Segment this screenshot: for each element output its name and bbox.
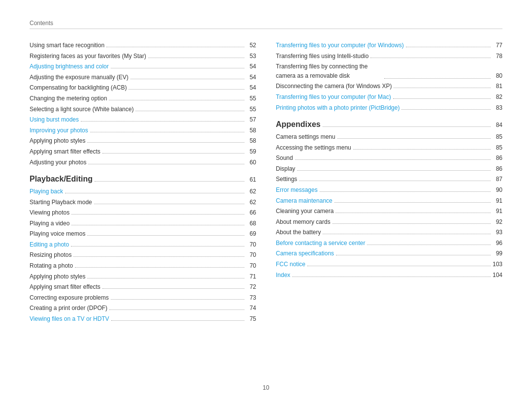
toc-dots	[297, 170, 491, 171]
toc-dots	[307, 266, 491, 266]
toc-dots	[367, 245, 491, 245]
table-of-contents-item: Transferring files by connecting the cam…	[276, 62, 502, 80]
table-of-contents-item: Display86	[276, 164, 502, 174]
table-of-contents-item: Viewing photos66	[30, 208, 256, 217]
left-column: Using smart face recognition52Registerin…	[30, 41, 256, 325]
toc-dots	[336, 255, 491, 255]
table-of-contents-item: Applying smart filter effects72	[30, 282, 256, 292]
toc-page-number: 82	[493, 93, 502, 102]
toc-page-number: 70	[246, 261, 256, 271]
toc-page-number: 68	[246, 219, 256, 228]
table-of-contents-item: Viewing files on a TV or HDTV75	[30, 314, 256, 324]
table-of-contents-item: Sound86	[276, 154, 502, 163]
toc-dots	[393, 98, 491, 99]
table-of-contents-item: Correcting exposure problems73	[30, 293, 256, 303]
toc-dots	[87, 278, 244, 278]
table-of-contents-item: Camera settings menu85	[276, 132, 502, 142]
table-of-contents-item: Applying photo styles58	[30, 136, 256, 146]
toc-label: Using smart face recognition	[30, 41, 104, 50]
table-of-contents-item: Playing back62	[30, 187, 256, 196]
table-of-contents-item: Playing a video68	[30, 219, 256, 228]
toc-page-number: 85	[493, 132, 502, 142]
table-of-contents-item: Accessing the settings menu85	[276, 143, 502, 153]
toc-dots	[106, 47, 244, 47]
toc-dots	[88, 164, 244, 164]
toc-label: Transferring files to your computer (for…	[276, 41, 404, 50]
table-of-contents-item: Adjusting your photos60	[30, 158, 256, 167]
table-of-contents-item: Before contacting a service center96	[276, 239, 502, 248]
toc-dots	[111, 320, 244, 321]
toc-label: Viewing files on a TV or HDTV	[30, 314, 109, 324]
table-of-contents-item: Disconnecting the camera (for Windows XP…	[276, 82, 502, 91]
table-of-contents-item: Printing photos with a photo printer (Pi…	[276, 103, 502, 113]
toc-dots	[109, 100, 244, 100]
table-of-contents-item: Improving your photos58	[30, 126, 256, 135]
toc-dots	[401, 109, 491, 110]
table-of-contents-item: Camera specifications99	[276, 249, 502, 258]
toc-page-number: 70	[246, 240, 256, 249]
table-of-contents-item: Resizing photos70	[30, 250, 256, 260]
toc-label: Applying photo styles	[30, 136, 85, 146]
toc-page-number: 78	[493, 52, 502, 61]
table-of-contents-item: About memory cards92	[276, 217, 502, 227]
toc-page-number: 54	[246, 62, 256, 71]
table-of-contents-item: Applying photo styles71	[30, 272, 256, 281]
table-of-contents-item: Adjusting brightness and color54	[30, 62, 256, 71]
toc-label: Using burst modes	[30, 115, 79, 124]
toc-label: Camera settings menu	[276, 132, 335, 142]
table-of-contents-item: Index104	[276, 271, 502, 280]
toc-dots	[131, 79, 244, 79]
toc-dots	[394, 88, 491, 88]
header-title: Contents	[30, 20, 53, 27]
toc-page-number: 93	[493, 228, 502, 237]
page: Contents Using smart face recognition52R…	[0, 0, 532, 401]
toc-label: Compensating for backlighting (ACB)	[30, 83, 127, 93]
toc-label: Starting Playback mode	[30, 198, 92, 207]
toc-label: Adjusting brightness and color	[30, 62, 109, 71]
toc-label: Index	[276, 271, 290, 280]
toc-label: Settings	[276, 175, 297, 184]
toc-page-number: 57	[246, 115, 256, 124]
toc-label: Sound	[276, 154, 293, 163]
table-of-contents-item: Cleaning your camera91	[276, 207, 502, 216]
toc-page-number: 80	[493, 71, 502, 81]
toc-label: Playing back	[30, 187, 63, 196]
table-of-contents-item: Settings87	[276, 175, 502, 184]
toc-dots	[75, 267, 244, 268]
toc-dots	[323, 234, 491, 234]
toc-page-number: 73	[246, 293, 256, 303]
toc-dots	[384, 78, 491, 79]
toc-page-number: 52	[246, 41, 256, 50]
toc-page-number: 99	[493, 249, 502, 258]
toc-dots	[71, 225, 244, 225]
toc-dots	[337, 138, 491, 139]
toc-label: Error messages	[276, 185, 318, 195]
table-of-contents-item: Selecting a light source (White balance)…	[30, 105, 256, 114]
toc-label: Applying smart filter effects	[30, 282, 100, 292]
page-number: 10	[263, 384, 269, 391]
toc-label: Transferring files by connecting the cam…	[276, 62, 382, 80]
toc-page-number: 55	[246, 105, 256, 114]
toc-dots	[111, 299, 244, 300]
right-column: Transferring files to your computer (for…	[276, 41, 502, 325]
toc-page-number: 54	[246, 73, 256, 82]
toc-label: Camera specifications	[276, 249, 334, 258]
toc-label: Selecting a light source (White balance)	[30, 105, 133, 114]
table-of-contents-item: Changing the metering option55	[30, 94, 256, 103]
toc-label: About the battery	[276, 228, 321, 237]
toc-dots	[292, 277, 491, 277]
toc-page-number: 59	[246, 147, 256, 156]
section-heading-item: Playback/Editing61	[30, 173, 256, 185]
table-of-contents-item: Using burst modes57	[30, 115, 256, 124]
toc-label: About memory cards	[276, 217, 331, 227]
toc-page-number: 84	[493, 121, 502, 130]
toc-page-number: 83	[493, 103, 502, 113]
toc-page-number: 74	[246, 304, 256, 313]
toc-dots	[102, 288, 244, 289]
toc-dots	[323, 126, 491, 127]
toc-label: Transferring files to your computer (for…	[276, 93, 391, 102]
toc-dots	[406, 47, 491, 47]
toc-dots	[87, 235, 244, 236]
toc-label: Changing the metering option	[30, 94, 107, 103]
toc-page-number: 92	[493, 217, 502, 227]
